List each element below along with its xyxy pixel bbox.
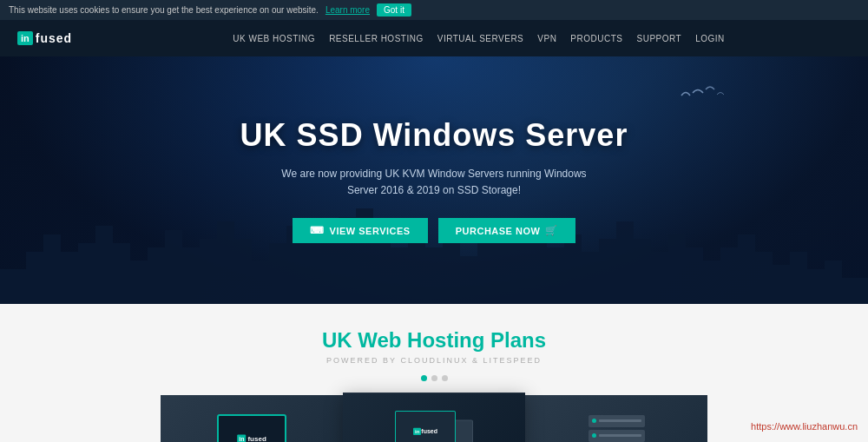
server-icon: ⌨ bbox=[310, 225, 325, 236]
card-reseller-hosting-image: in fused bbox=[343, 393, 525, 442]
cookie-learn-more[interactable]: Learn more bbox=[326, 5, 370, 15]
dot-2[interactable] bbox=[431, 375, 437, 381]
logo[interactable]: in fused bbox=[17, 31, 72, 45]
card-vps-hosting-image bbox=[525, 395, 707, 442]
server-rack-icon bbox=[589, 415, 645, 443]
nav-item-reseller-hosting[interactable]: RESELLER HOSTING bbox=[329, 34, 424, 43]
card-vps-hosting: UK VPS Hosting bbox=[525, 395, 707, 442]
hero-content: UK SSD Windows Server We are now providi… bbox=[240, 117, 628, 243]
card-reseller-hosting: in fused UK Reseller Hosting bbox=[343, 393, 525, 442]
cookie-message: This website uses cookies to ensure you … bbox=[9, 5, 319, 15]
cart-icon: 🛒 bbox=[545, 225, 558, 236]
laptop-front: in fused bbox=[395, 411, 456, 442]
main-nav: UK WEB HOSTINGRESELLER HOSTINGVIRTUAL SE… bbox=[107, 34, 851, 43]
nav-item-login[interactable]: LOGIN bbox=[695, 34, 725, 43]
card-web-hosting: in fused UK Web Hosting bbox=[161, 395, 343, 442]
birds-decoration bbox=[677, 82, 729, 114]
logo-in: in bbox=[17, 31, 33, 45]
nav-item-uk-web-hosting[interactable]: UK WEB HOSTING bbox=[233, 34, 315, 43]
cookie-got-it-button[interactable]: Got it bbox=[377, 3, 411, 16]
watermark-url: https://www.liuzhanwu.cn bbox=[751, 421, 858, 432]
nav-item-virtual-servers[interactable]: VIRTUAL SERVERS bbox=[437, 34, 524, 43]
header: in fused UK WEB HOSTINGRESELLER HOSTINGV… bbox=[0, 20, 868, 56]
carousel-dots bbox=[0, 375, 868, 381]
hosting-cards: in fused UK Web Hosting in fused bbox=[0, 395, 868, 442]
dot-1[interactable] bbox=[421, 375, 427, 381]
nav-item-vpn[interactable]: VPN bbox=[537, 34, 556, 43]
server-unit-2 bbox=[589, 430, 645, 442]
section-title: UK Web Hosting Plans bbox=[0, 328, 868, 353]
monitor-logo: in fused bbox=[237, 434, 266, 442]
view-services-button[interactable]: ⌨ VIEW SERVICES bbox=[293, 218, 428, 243]
server-unit-1 bbox=[589, 415, 645, 427]
monitor-icon: in fused bbox=[217, 414, 286, 442]
laptop-stack-icon: in fused bbox=[395, 411, 473, 442]
hero-buttons: ⌨ VIEW SERVICES PURCHASE NOW 🛒 bbox=[240, 218, 628, 243]
logo-fused: fused bbox=[36, 31, 72, 45]
card-web-hosting-image: in fused bbox=[161, 395, 343, 442]
nav-item-support[interactable]: SUPPORT bbox=[636, 34, 681, 43]
below-hero-section: UK Web Hosting Plans POWERED BY CLOUDLIN… bbox=[0, 304, 868, 442]
hero-subtitle: We are now providing UK KVM Window Serve… bbox=[269, 166, 599, 199]
purchase-now-button[interactable]: PURCHASE NOW 🛒 bbox=[438, 218, 575, 243]
hero-section: UK SSD Windows Server We are now providi… bbox=[0, 56, 868, 304]
nav-item-products[interactable]: PRODUCTS bbox=[570, 34, 622, 43]
powered-by-text: POWERED BY CLOUDLINUX & LITESPEED bbox=[0, 356, 868, 365]
hero-title: UK SSD Windows Server bbox=[240, 117, 628, 154]
cookie-bar: This website uses cookies to ensure you … bbox=[0, 0, 868, 20]
dot-3[interactable] bbox=[442, 375, 448, 381]
